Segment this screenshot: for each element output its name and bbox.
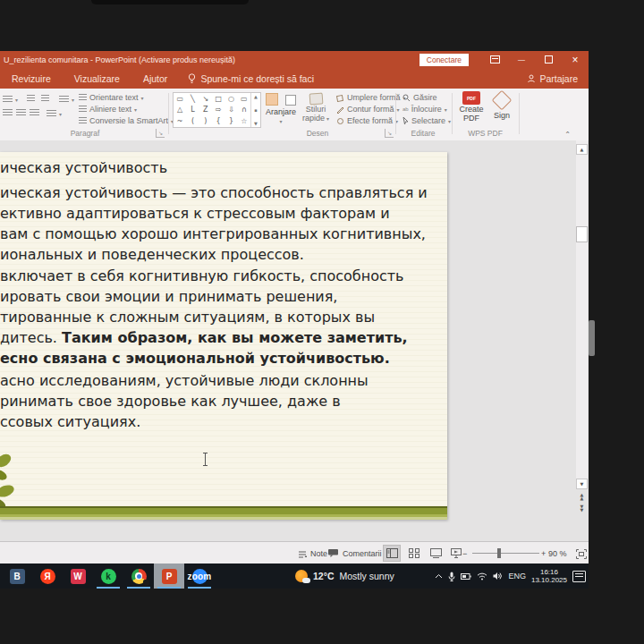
tab-revizuire[interactable]: Revizuire <box>0 73 63 84</box>
taskbar-app-w[interactable]: W <box>63 564 93 589</box>
create-pdf-button[interactable]: PDF Create PDF <box>456 91 487 123</box>
desktop-stage: U_rezilienta comunitara - PowerPoint (Ac… <box>0 0 644 644</box>
align-justify-icon <box>30 109 39 116</box>
tell-me-box[interactable]: Spune-mi ce dorești să faci <box>179 73 314 84</box>
align-center-button[interactable] <box>16 109 26 116</box>
vertical-scrollbar-thumb[interactable] <box>576 226 588 242</box>
wifi-icon[interactable] <box>477 572 487 580</box>
shape-rounded-rectangle[interactable]: ▭ <box>238 93 250 105</box>
shape-arrow-line[interactable]: ↘ <box>199 93 212 105</box>
zoom-slider-thumb[interactable] <box>497 548 501 558</box>
shape-rectangle[interactable]: □ <box>212 93 225 105</box>
shapes-gallery[interactable]: ▭ ╲ ↘ □ ○ ▭ △ L Z ⇨ ⇩ ∩ ~ ( ) { } <box>173 92 261 128</box>
shape-outline-button[interactable]: Contur formă <box>336 105 400 114</box>
align-justify-button[interactable] <box>30 109 39 116</box>
date: 13.10.2025 <box>531 576 567 584</box>
battery-icon[interactable] <box>461 572 471 580</box>
shape-elbow-arrow[interactable]: Z <box>199 105 212 116</box>
connect-button[interactable]: Conectare <box>419 54 469 66</box>
shape-arc[interactable]: ∩ <box>238 105 250 116</box>
microphone-icon[interactable] <box>448 572 455 581</box>
find-button[interactable]: Găsire <box>402 93 437 102</box>
close-button[interactable] <box>562 51 589 68</box>
desen-dialog-launcher[interactable]: ↘ <box>385 129 394 138</box>
shape-textbox[interactable]: ▭ <box>174 93 186 105</box>
taskbar-app-chrome[interactable] <box>123 564 154 589</box>
zoom-out-button[interactable]: − <box>462 542 467 564</box>
volume-icon[interactable] <box>493 572 503 580</box>
shape-freeform[interactable]: ~ <box>174 115 186 127</box>
taskbar-app-kaspersky[interactable]: k <box>93 564 123 589</box>
language-indicator[interactable]: ENG <box>508 572 526 580</box>
align-text-button[interactable]: Aliniere text <box>79 105 137 114</box>
increase-indent-button[interactable] <box>41 95 49 102</box>
shapes-gallery-scrollbar[interactable]: ▲▪▼ <box>250 93 260 127</box>
zoom-level[interactable]: 90 % <box>548 542 567 564</box>
sign-button[interactable]: Sign <box>488 91 515 120</box>
reading-view-icon <box>430 548 442 558</box>
decrease-indent-button[interactable] <box>27 95 35 102</box>
fit-slide-to-window-button[interactable] <box>572 546 589 563</box>
convert-smartart-button[interactable]: Conversie la SmartArt <box>79 116 174 125</box>
next-slide-button[interactable]: ▼▼ <box>578 504 586 512</box>
tab-ajutor[interactable]: Ajutor <box>131 73 179 84</box>
group-separator <box>168 93 169 134</box>
shape-right-arrow[interactable]: ⇨ <box>212 105 225 116</box>
scroll-up-button[interactable]: ▲ <box>576 144 588 155</box>
quick-styles-button[interactable]: Stiluri rapide <box>299 93 333 123</box>
shape-left-brace[interactable]: { <box>212 115 225 127</box>
replace-button[interactable]: ab Înlocuire <box>402 105 447 114</box>
share-button[interactable]: Partajare <box>527 73 589 84</box>
shape-triangle[interactable]: △ <box>174 105 186 116</box>
weather-widget[interactable]: 12°C Mostly sunny <box>295 564 394 589</box>
taskbar-app-zoom[interactable]: zoom <box>184 564 215 589</box>
zoom-slider-track[interactable] <box>472 553 539 554</box>
notes-icon <box>298 549 307 558</box>
comments-button[interactable]: Comentarii <box>328 542 382 564</box>
increase-indent-icon <box>41 95 49 102</box>
shape-curve-close[interactable]: ) <box>199 115 212 127</box>
tab-vizualizare[interactable]: Vizualizare <box>63 73 131 84</box>
zoom-in-button[interactable]: + <box>541 542 546 564</box>
shape-effects-button[interactable]: Efecte formă <box>336 116 398 125</box>
taskbar-app-vk[interactable]: B <box>2 564 32 589</box>
normal-view-button[interactable] <box>383 545 401 562</box>
show-hidden-icons-chevron[interactable] <box>435 573 443 579</box>
collapse-ribbon-button[interactable]: ⌃ <box>564 131 571 139</box>
taskbar: B Я W k P zoom 12°C Mostly sunny ENG <box>0 564 589 589</box>
shape-right-brace[interactable]: } <box>225 115 237 127</box>
shape-down-arrow[interactable]: ⇩ <box>225 105 237 116</box>
paragraf-dialog-launcher[interactable]: ↘ <box>156 129 165 138</box>
shape-curve-open[interactable]: ( <box>186 115 199 127</box>
text-direction-button[interactable]: Orientare text <box>79 93 144 102</box>
reading-view-button[interactable] <box>427 545 445 562</box>
previous-slide-button[interactable]: ▲▲ <box>578 493 586 500</box>
arrange-button[interactable]: Aranjare <box>265 93 297 125</box>
select-button[interactable]: Selectare <box>402 116 451 125</box>
viewer-scrollbar-thumb[interactable] <box>589 320 595 356</box>
clock[interactable]: 16:1613.10.2025 <box>531 568 567 584</box>
notes-button[interactable]: Note <box>298 542 327 564</box>
taskbar-app-powerpoint[interactable]: P <box>154 564 184 589</box>
shape-line[interactable]: ╲ <box>186 93 199 105</box>
shape-oval[interactable]: ○ <box>225 93 237 105</box>
scroll-down-button[interactable]: ▼ <box>576 479 588 489</box>
running-indicator <box>188 587 211 589</box>
slide-canvas[interactable]: ическая устойчивость ическая устойчивост… <box>0 152 447 520</box>
taskbar-app-yandex[interactable]: Я <box>32 564 63 589</box>
vertical-scrollbar-track[interactable] <box>576 140 588 479</box>
shape-star[interactable]: ☆ <box>238 115 250 127</box>
line-spacing-button[interactable] <box>59 95 74 104</box>
shape-elbow-connector[interactable]: L <box>186 105 199 116</box>
minimize-button[interactable] <box>508 51 535 68</box>
maximize-button[interactable] <box>535 51 562 68</box>
ribbon-display-options-button[interactable] <box>481 51 508 68</box>
slide-sorter-view-button[interactable] <box>405 545 423 562</box>
bullet-list-button[interactable] <box>3 95 18 104</box>
system-tray: ENG 16:1613.10.2025 <box>435 564 586 589</box>
lightbulb-icon <box>188 73 196 84</box>
replace-icon: ab <box>402 106 409 112</box>
action-center-icon[interactable] <box>572 571 586 582</box>
columns-button[interactable] <box>47 109 62 118</box>
align-left-button[interactable] <box>3 109 13 116</box>
